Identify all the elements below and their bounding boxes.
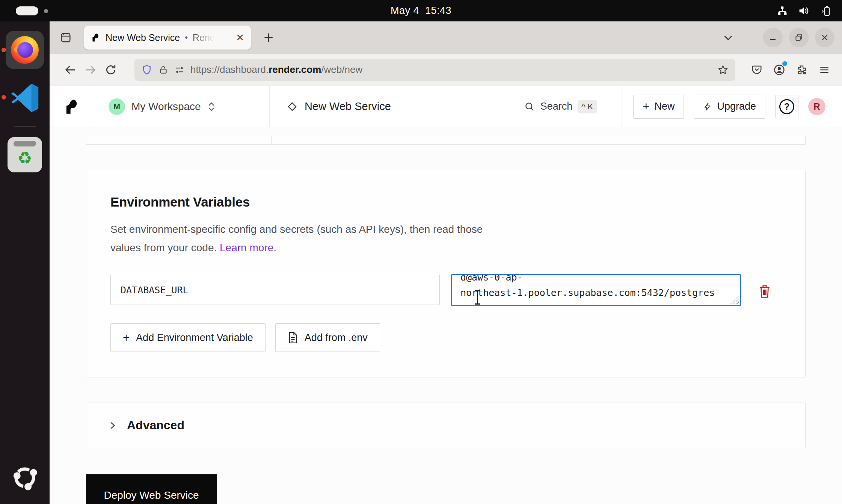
tab-close-button[interactable]: ✕ [236, 33, 244, 42]
vscode-running-dot [2, 95, 6, 100]
env-actions: + Add Environment Variable Add from .env [110, 323, 781, 352]
add-from-env-label: Add from .env [305, 332, 368, 344]
window-controls [763, 28, 838, 47]
tab-title-suffix: Rend [193, 32, 215, 43]
workspace-selector[interactable]: M My Workspace [95, 86, 270, 127]
star-icon [717, 64, 729, 75]
new-tab-button[interactable]: + [258, 27, 279, 48]
delete-variable-button[interactable] [758, 284, 771, 299]
close-icon [820, 33, 830, 42]
add-environment-variable-button[interactable]: + Add Environment Variable [110, 323, 266, 352]
document-icon [288, 331, 298, 344]
lock-icon[interactable] [158, 65, 169, 75]
add-from-env-button[interactable]: Add from .env [275, 323, 380, 352]
trash-icon: ♻ [8, 137, 42, 172]
dock-item-vscode[interactable] [5, 78, 44, 117]
env-section-title: Environment Variables [110, 195, 781, 210]
tab-title: New Web Service [106, 32, 180, 43]
account-notification-dot [782, 61, 787, 66]
permissions-icon[interactable] [174, 65, 185, 75]
volume-icon[interactable] [798, 5, 810, 17]
header-actions: + New Upgrade ? R [622, 86, 842, 127]
url-bar[interactable]: https://dashboard.render.com/web/new [134, 59, 735, 81]
minimize-icon [768, 33, 777, 42]
search-shortcut: ^ K [578, 100, 597, 113]
render-logo-icon [63, 98, 81, 115]
url-text: https://dashboard.render.com/web/new [190, 64, 362, 75]
hamburger-icon [818, 64, 830, 76]
tab-strip: New Web Service • Rend ✕ + [50, 21, 842, 54]
bolt-icon [703, 101, 712, 112]
url-scheme-host: https://dashboard. [190, 64, 269, 75]
forward-icon [84, 63, 97, 77]
pocket-button[interactable] [747, 60, 766, 79]
render-app-header: M My Workspace New Web Service Search ^ … [50, 86, 842, 127]
upgrade-button-label: Upgrade [717, 101, 756, 112]
user-avatar[interactable]: R [808, 98, 825, 115]
toolbar-right [747, 60, 834, 79]
network-icon[interactable] [777, 5, 788, 17]
previous-card-bottom-edge [86, 136, 806, 145]
deploy-web-service-button[interactable]: Deploy Web Service [86, 474, 217, 504]
render-favicon [91, 33, 101, 42]
system-top-panel: May 4 15:43 [0, 0, 842, 21]
diamond-icon [287, 101, 297, 112]
firefox-running-dot [2, 48, 6, 52]
header-middle: New Web Service Search ^ K [270, 86, 622, 127]
system-status-area[interactable] [777, 0, 831, 21]
list-all-tabs-button[interactable] [718, 27, 738, 48]
extensions-button[interactable] [792, 60, 811, 79]
trash-icon [758, 284, 771, 299]
chevron-right-icon [107, 419, 117, 432]
learn-more-link[interactable]: Learn more. [220, 242, 276, 254]
system-clock[interactable]: May 4 15:43 [0, 0, 842, 21]
firefox-window: New Web Service • Rend ✕ + [50, 21, 842, 504]
env-value-textarea[interactable]: d@aws-0-ap- northeast-1.pooler.supabase.… [451, 274, 741, 306]
battery-icon[interactable] [819, 5, 831, 17]
reload-icon [104, 63, 117, 76]
advanced-section-toggle[interactable]: Advanced [86, 403, 806, 448]
page-title: New Web Service [305, 100, 391, 113]
plus-icon: + [643, 101, 649, 112]
firefox-icon [11, 36, 39, 64]
upgrade-button[interactable]: Upgrade [694, 95, 765, 119]
url-domain: render.com [269, 64, 321, 75]
firefox-view-button[interactable] [56, 27, 76, 48]
ubuntu-logo-icon [9, 462, 41, 494]
new-button[interactable]: + New [633, 95, 684, 119]
search-button[interactable]: Search ^ K [524, 100, 597, 113]
minimize-button[interactable] [763, 28, 783, 47]
active-tab[interactable]: New Web Service • Rend ✕ [84, 26, 251, 50]
question-icon: ? [779, 99, 794, 114]
reload-button[interactable] [101, 60, 120, 79]
help-button[interactable]: ? [775, 95, 798, 118]
tracking-shield-icon[interactable] [141, 64, 152, 75]
env-description-line2: values from your code. [110, 242, 217, 254]
breadcrumb: New Web Service [287, 100, 391, 113]
search-icon [524, 101, 535, 112]
updown-chevron-icon [207, 101, 216, 112]
back-button[interactable] [61, 60, 80, 79]
add-variable-label: Add Environment Variable [136, 332, 253, 344]
env-section-description: Set environment-specific config and secr… [110, 220, 539, 257]
vscode-icon [9, 81, 41, 113]
dock-item-trash[interactable]: ♻ [5, 135, 44, 174]
previous-card-divider [634, 136, 634, 144]
bookmark-star-button[interactable] [717, 64, 729, 75]
screen: May 4 15:43 [0, 0, 842, 504]
firefox-globe-core [17, 42, 33, 58]
restore-button[interactable] [789, 28, 809, 47]
plus-icon: + [123, 332, 130, 344]
env-key-input[interactable] [110, 275, 440, 305]
show-apps-button[interactable] [5, 458, 44, 497]
dock-item-firefox[interactable] [5, 30, 44, 69]
workspace-name: My Workspace [131, 101, 201, 113]
env-description-line1: Set environment-specific config and secr… [110, 223, 483, 235]
menu-button[interactable] [815, 60, 834, 79]
pocket-icon [751, 64, 763, 76]
close-window-button[interactable] [815, 28, 834, 47]
search-label: Search [540, 101, 573, 112]
forward-button[interactable] [81, 60, 100, 79]
account-button[interactable] [770, 60, 789, 79]
render-logo-link[interactable] [50, 86, 95, 127]
